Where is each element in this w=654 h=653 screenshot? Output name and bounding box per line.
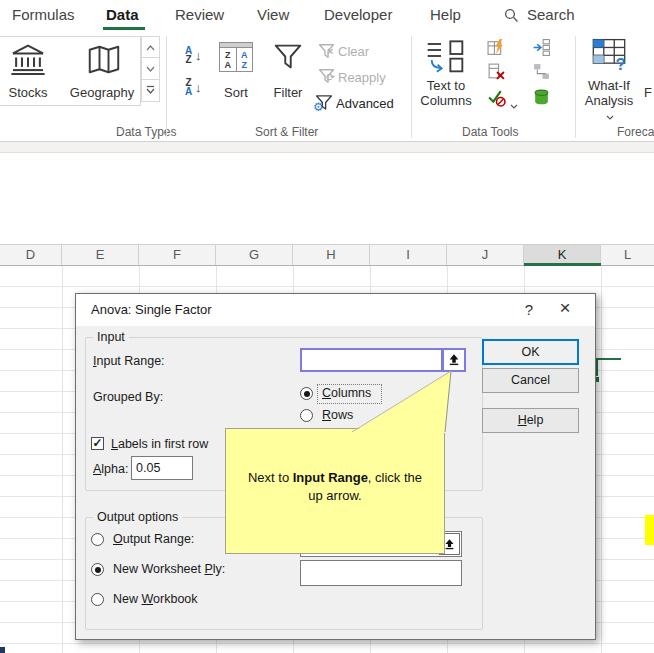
- column-header-d[interactable]: D: [0, 245, 62, 265]
- columns-radio[interactable]: [300, 387, 313, 400]
- column-header-i[interactable]: I: [370, 245, 447, 265]
- formula-bar-strip: [0, 142, 654, 153]
- new-worksheet-ply-label[interactable]: New Worksheet Ply:: [113, 562, 225, 576]
- cell-selection-border-left: [596, 358, 598, 378]
- stocks-button[interactable]: Stocks: [0, 85, 56, 100]
- group-label-data-tools: Data Tools: [462, 125, 518, 139]
- gallery-scroll-down-button[interactable]: [141, 58, 160, 80]
- input-range-label: Input Range:: [93, 354, 165, 368]
- column-header-k-selected[interactable]: K: [524, 245, 601, 265]
- labels-first-row-label[interactable]: Labels in first row: [111, 437, 208, 451]
- new-worksheet-ply-field[interactable]: [300, 560, 462, 586]
- filter-icon: [273, 41, 303, 76]
- sort-button[interactable]: Sort: [214, 85, 258, 100]
- geography-icon: [86, 43, 122, 80]
- column-header-l[interactable]: L: [601, 245, 654, 265]
- group-label-forecast: Foreca: [617, 125, 654, 139]
- sort-icon: ZA AZ: [219, 42, 253, 72]
- reapply-icon: ⟳: [318, 68, 335, 88]
- filter-button[interactable]: Filter: [266, 85, 310, 100]
- flash-fill-icon[interactable]: [487, 38, 506, 61]
- gallery-scroll-up-button[interactable]: [141, 36, 160, 58]
- group-divider: [575, 36, 576, 138]
- sort-descending-button[interactable]: ZA ↓: [183, 74, 213, 100]
- tab-review[interactable]: Review: [175, 0, 224, 30]
- output-range-radio[interactable]: [91, 533, 104, 546]
- relationships-icon[interactable]: [532, 62, 551, 85]
- gallery-more-button[interactable]: [141, 80, 160, 102]
- labels-first-row-checkbox[interactable]: [91, 437, 104, 450]
- excel-window: Formulas Data Review View Developer Help…: [0, 0, 654, 653]
- search-icon[interactable]: [504, 8, 519, 27]
- new-worksheet-ply-radio[interactable]: [91, 563, 104, 576]
- what-if-analysis-button[interactable]: What-If Analysis: [580, 78, 638, 123]
- down-arrow-icon: ↓: [195, 80, 202, 95]
- down-arrow-icon: ↓: [195, 48, 202, 63]
- data-validation-icon[interactable]: [487, 88, 506, 111]
- text-to-columns-button[interactable]: Text to Columns: [418, 78, 474, 108]
- column-header-j[interactable]: J: [447, 245, 524, 265]
- up-arrow-icon: [447, 353, 461, 367]
- yellow-highlighted-cell[interactable]: [645, 515, 654, 545]
- group-label-sort-filter: Sort & Filter: [255, 125, 318, 139]
- dialog-title-bar[interactable]: Anova: Single Factor ? ×: [76, 294, 595, 326]
- grouped-by-label: Grouped By:: [93, 390, 163, 404]
- callout-box: Next to Input Range, click the up arrow.: [225, 428, 445, 554]
- active-tab-underline: [103, 27, 145, 30]
- close-icon[interactable]: ×: [552, 297, 578, 319]
- column-header-h[interactable]: H: [293, 245, 370, 265]
- new-workbook-radio[interactable]: [91, 593, 104, 606]
- alpha-field[interactable]: [131, 456, 193, 480]
- ok-button[interactable]: OK: [482, 339, 579, 365]
- output-options-label: Output options: [93, 510, 182, 524]
- cancel-button[interactable]: Cancel: [482, 368, 579, 393]
- status-bar-corner: [0, 647, 5, 653]
- alpha-label: Alpha:: [93, 462, 128, 476]
- dialog-help-icon[interactable]: ?: [516, 301, 542, 323]
- selected-column-underline: [524, 263, 601, 266]
- group-divider: [166, 36, 167, 138]
- remove-duplicates-icon[interactable]: [487, 62, 506, 85]
- geography-button[interactable]: Geography: [64, 85, 140, 100]
- chevron-down-icon[interactable]: [510, 95, 518, 113]
- chevron-down-icon: [606, 115, 614, 120]
- reapply-button[interactable]: Reapply: [338, 70, 386, 85]
- advanced-filter-button[interactable]: Advanced: [336, 96, 394, 111]
- cell-selection-border-top: [596, 358, 621, 360]
- output-range-label[interactable]: Output Range:: [113, 532, 194, 546]
- advanced-filter-icon: ⚙: [315, 94, 333, 115]
- group-divider: [411, 36, 412, 138]
- rows-radio[interactable]: [300, 409, 313, 422]
- column-header-g[interactable]: G: [216, 245, 293, 265]
- callout-pointer: [345, 366, 461, 433]
- manage-data-model-icon[interactable]: [532, 88, 551, 111]
- search-box[interactable]: Search: [527, 0, 575, 30]
- svg-text:?: ?: [616, 55, 626, 70]
- tab-help[interactable]: Help: [430, 0, 461, 30]
- tab-developer[interactable]: Developer: [324, 0, 392, 30]
- input-group-label: Input: [93, 330, 129, 344]
- clear-filter-icon: ×: [318, 43, 335, 63]
- forecast-sheet-button-partial[interactable]: F: [644, 85, 654, 100]
- gallery-scrollbar: [141, 36, 160, 104]
- dialog-title: Anova: Single Factor: [91, 302, 212, 317]
- tab-data[interactable]: Data: [106, 0, 139, 30]
- sort-ascending-button[interactable]: AZ ↓: [183, 42, 213, 68]
- column-header-e[interactable]: E: [62, 245, 139, 265]
- group-label-data-types: Data Types: [116, 125, 176, 139]
- tab-formulas[interactable]: Formulas: [12, 0, 75, 30]
- clear-button[interactable]: Clear: [338, 44, 369, 59]
- what-if-analysis-icon: ?: [592, 38, 626, 74]
- tab-view[interactable]: View: [257, 0, 289, 30]
- help-button[interactable]: Help: [482, 408, 579, 433]
- text-to-columns-icon: [425, 38, 465, 78]
- column-header-f[interactable]: F: [139, 245, 216, 265]
- consolidate-icon[interactable]: [532, 38, 551, 61]
- new-workbook-label[interactable]: New Workbook: [113, 592, 198, 606]
- callout-text: Next to Input Range, click the up arrow.: [226, 429, 444, 505]
- stocks-icon: [9, 41, 47, 81]
